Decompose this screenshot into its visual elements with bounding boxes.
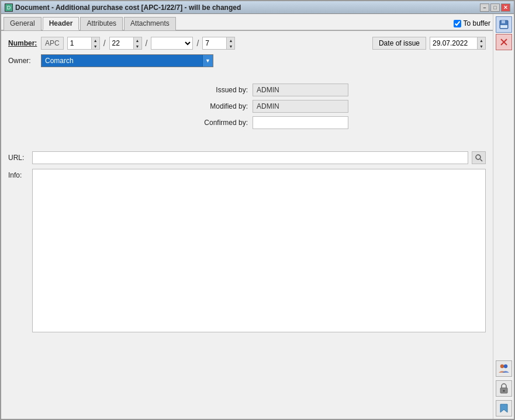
svg-point-8 [504,365,507,368]
right-toolbar [493,14,514,419]
owner-label: Owner: [8,57,37,65]
spin-up-2[interactable]: ▲ [134,37,141,43]
svg-point-10 [503,390,504,392]
date-spin-buttons: ▲ ▼ [477,37,485,49]
number-spin-4: 7 ▲ ▼ [202,37,235,50]
number-dropdown[interactable] [151,37,193,50]
url-row: URL: [8,151,486,164]
content-area: General Header Attributes Attachments To… [1,14,514,419]
spin-up-1[interactable]: ▲ [92,37,99,43]
number-input-2[interactable]: 22 [110,37,133,49]
tab-attributes[interactable]: Attributes [80,17,123,30]
slash-1: / [103,39,106,48]
info-section: Issued by: ADMIN Modified by: ADMIN Conf… [195,84,486,129]
spin-down-2[interactable]: ▼ [134,43,141,49]
users-button[interactable] [496,360,512,377]
url-label: URL: [8,154,29,162]
form-area: Number: APC 1 ▲ ▼ / 22 ▲ ▼ [1,31,493,419]
window-close-button[interactable]: ✕ [501,4,510,12]
tab-attachments[interactable]: Attachments [124,17,176,30]
confirmed-by-input[interactable] [253,116,348,129]
url-input[interactable] [32,151,468,164]
spin-down-1[interactable]: ▼ [92,43,99,49]
slash-2: / [146,39,148,48]
confirmed-by-row: Confirmed by: [195,116,486,129]
issued-by-label: Issued by: [195,86,248,94]
to-buffer-group: To buffer [454,19,490,30]
tab-general[interactable]: General [4,17,42,30]
users-icon [498,363,510,374]
info-label: Info: [8,169,29,179]
number-select[interactable] [151,37,192,49]
lock-button[interactable] [496,380,512,397]
minimize-button[interactable]: – [480,4,489,12]
save-button[interactable] [496,16,512,33]
owner-dropdown-arrow[interactable]: ▼ [202,55,213,67]
tabs-left: General Header Attributes Attachments [4,16,176,30]
to-buffer-label: To buffer [464,19,490,27]
main-panel: General Header Attributes Attachments To… [1,14,493,419]
issued-by-row: Issued by: ADMIN [195,84,486,96]
number-prefix: APC [41,37,64,50]
title-bar-left: D Document - Additional purchase cost [A… [5,4,241,12]
close-button[interactable] [496,34,512,50]
spin-buttons-4: ▲ ▼ [226,37,234,49]
svg-marker-11 [500,404,507,412]
date-spin-up[interactable]: ▲ [478,37,485,43]
date-spin: 29.07.2022 ▲ ▼ [430,37,486,50]
close-icon [499,37,509,47]
title-buttons: – □ ✕ [480,4,510,12]
owner-dropdown[interactable]: Comarch ▼ [41,54,213,67]
number-label: Number: [8,39,37,47]
info-textarea-row: Info: [8,169,486,332]
owner-row: Owner: Comarch ▼ [8,54,486,67]
spin-down-4[interactable]: ▼ [227,43,234,49]
modified-by-input[interactable]: ADMIN [253,100,348,113]
date-spin-down[interactable]: ▼ [478,43,485,49]
window-title: Document - Additional purchase cost [APC… [15,4,241,12]
lock-icon [499,383,509,394]
modified-by-row: Modified by: ADMIN [195,100,486,113]
search-icon [475,154,483,162]
svg-rect-4 [500,25,507,28]
svg-point-7 [500,365,504,368]
modified-by-label: Modified by: [195,102,248,110]
svg-line-1 [481,159,483,162]
issued-by-input[interactable]: ADMIN [253,84,348,96]
bookmark-icon [499,403,509,414]
info-textarea[interactable] [32,169,486,332]
spin-up-4[interactable]: ▲ [227,37,234,43]
number-spin-1: 1 ▲ ▼ [67,37,100,50]
save-icon [499,19,509,30]
title-bar: D Document - Additional purchase cost [A… [1,1,514,14]
svg-rect-3 [502,20,505,23]
svg-point-0 [476,155,481,159]
bookmark-button[interactable] [496,400,512,416]
main-window: D Document - Additional purchase cost [A… [0,0,515,420]
number-spin-2: 22 ▲ ▼ [109,37,142,50]
window-icon: D [5,4,13,12]
date-of-issue-button[interactable]: Date of issue [372,37,426,50]
spin-buttons-2: ▲ ▼ [133,37,141,49]
url-search-button[interactable] [472,151,486,164]
to-buffer-checkbox[interactable] [454,20,461,27]
number-input-4[interactable]: 7 [203,37,226,49]
slash-3: / [196,39,199,48]
tab-header[interactable]: Header [43,17,80,30]
owner-input[interactable]: Comarch [42,55,202,67]
maximize-button[interactable]: □ [490,4,500,12]
date-input[interactable]: 29.07.2022 [430,37,477,49]
tabs-bar: General Header Attributes Attachments To… [1,14,493,31]
spin-buttons-1: ▲ ▼ [91,37,99,49]
number-input-1[interactable]: 1 [68,37,91,49]
confirmed-by-label: Confirmed by: [195,119,248,127]
